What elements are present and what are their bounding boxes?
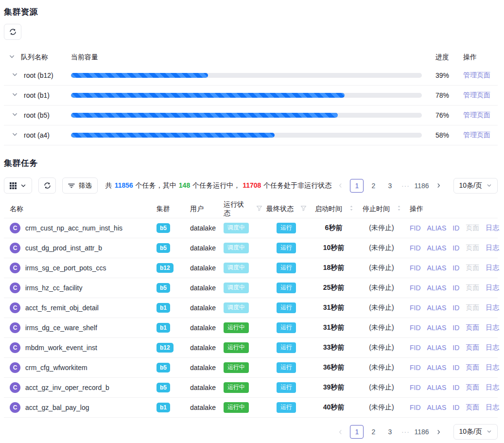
row-expand-chevron-down-icon[interactable] xyxy=(12,91,18,99)
page-link[interactable]: 页面 xyxy=(466,264,479,272)
id-link[interactable]: ID xyxy=(452,324,459,332)
run-status-tag: 调度中 xyxy=(224,263,249,273)
page-link[interactable]: 页面 xyxy=(466,363,479,372)
alias-link[interactable]: ALIAS xyxy=(427,264,447,272)
page-size-select[interactable]: 10条/页 xyxy=(453,424,498,440)
start-time-sorter-icon[interactable] xyxy=(349,205,353,213)
page-last-button[interactable]: 1186 xyxy=(414,425,429,439)
page-link[interactable]: 页面 xyxy=(466,383,479,392)
fid-link[interactable]: FID xyxy=(410,404,421,411)
page-1-button[interactable]: 1 xyxy=(350,425,364,439)
resources-refresh-button[interactable] xyxy=(4,24,21,40)
page-2-button[interactable]: 2 xyxy=(366,179,380,193)
row-expand-chevron-down-icon[interactable] xyxy=(12,111,18,119)
tasks-refresh-button[interactable] xyxy=(38,177,56,194)
fid-link[interactable]: FID xyxy=(410,244,421,252)
prev-page-button[interactable] xyxy=(333,425,347,439)
log-link[interactable]: 日志 xyxy=(486,383,499,392)
log-link[interactable]: 日志 xyxy=(486,284,499,292)
page-link[interactable]: 页面 xyxy=(466,244,479,252)
run-status-filter-icon[interactable] xyxy=(256,205,262,213)
fid-link[interactable]: FID xyxy=(410,324,421,332)
row-expand-chevron-down-icon[interactable] xyxy=(12,131,18,139)
column-name: 名称 xyxy=(4,205,151,213)
stop-time-sorter-icon[interactable] xyxy=(397,205,401,213)
id-link[interactable]: ID xyxy=(452,264,459,272)
next-page-button[interactable] xyxy=(432,425,446,439)
start-time: 25秒前 xyxy=(310,284,357,292)
id-link[interactable]: ID xyxy=(452,404,459,411)
id-link[interactable]: ID xyxy=(452,384,459,391)
prev-page-button[interactable] xyxy=(333,179,347,193)
page-link[interactable]: 页面 xyxy=(466,303,479,312)
queue-row: root (b12) 39% 管理页面 xyxy=(4,66,498,86)
resources-title: 集群资源 xyxy=(4,6,498,18)
log-link[interactable]: 日志 xyxy=(486,244,499,252)
task-name: cust_dg_prod_inst_attr_b xyxy=(25,244,102,252)
page-1-button[interactable]: 1 xyxy=(350,179,364,193)
task-row: C irms_dg_ce_ware_shelf b1 datalake 运行中 … xyxy=(4,318,498,338)
fid-link[interactable]: FID xyxy=(410,344,421,352)
fid-link[interactable]: FID xyxy=(410,224,421,232)
alias-link[interactable]: ALIAS xyxy=(427,324,447,332)
log-link[interactable]: 日志 xyxy=(486,363,499,372)
page-3-button[interactable]: 3 xyxy=(383,425,397,439)
expand-all-chevron-down-icon[interactable] xyxy=(9,53,15,61)
row-expand-chevron-down-icon[interactable] xyxy=(12,71,18,79)
next-page-button[interactable] xyxy=(432,179,446,193)
id-link[interactable]: ID xyxy=(452,344,459,352)
queue-name: root (b12) xyxy=(24,71,53,79)
log-link[interactable]: 日志 xyxy=(486,403,499,412)
id-link[interactable]: ID xyxy=(452,224,459,232)
log-link[interactable]: 日志 xyxy=(486,224,499,232)
page-last-button[interactable]: 1186 xyxy=(414,179,429,193)
alias-link[interactable]: ALIAS xyxy=(427,384,447,391)
cluster-badge: b5 xyxy=(156,243,170,253)
fid-link[interactable]: FID xyxy=(410,264,421,272)
task-user: datalake xyxy=(186,304,219,312)
page-link[interactable]: 页面 xyxy=(466,343,479,352)
id-link[interactable]: ID xyxy=(452,244,459,252)
final-status-filter-icon[interactable] xyxy=(300,205,307,213)
alias-link[interactable]: ALIAS xyxy=(427,404,447,411)
log-link[interactable]: 日志 xyxy=(486,303,499,312)
log-link[interactable]: 日志 xyxy=(486,343,499,352)
fid-link[interactable]: FID xyxy=(410,384,421,391)
alias-link[interactable]: ALIAS xyxy=(427,344,447,352)
column-settings-button[interactable] xyxy=(4,177,32,194)
page-ellipsis[interactable]: ··· xyxy=(400,428,411,436)
page-link[interactable]: 页面 xyxy=(466,403,479,412)
log-link[interactable]: 日志 xyxy=(486,323,499,332)
log-link[interactable]: 日志 xyxy=(486,264,499,272)
task-row: C irms_hz_cc_facility b5 datalake 调度中 运行… xyxy=(4,278,498,298)
capacity-progress-bar xyxy=(71,113,422,118)
alias-link[interactable]: ALIAS xyxy=(427,224,447,232)
page-link[interactable]: 页面 xyxy=(466,284,479,292)
page-link[interactable]: 页面 xyxy=(466,323,479,332)
fid-link[interactable]: FID xyxy=(410,364,421,372)
manage-page-link[interactable]: 管理页面 xyxy=(463,131,490,139)
filter-button[interactable]: 筛选 xyxy=(62,177,98,194)
page-3-button[interactable]: 3 xyxy=(383,179,397,193)
fid-link[interactable]: FID xyxy=(410,284,421,292)
alias-link[interactable]: ALIAS xyxy=(427,244,447,252)
manage-page-link[interactable]: 管理页面 xyxy=(463,71,490,79)
alias-link[interactable]: ALIAS xyxy=(427,304,447,312)
fid-link[interactable]: FID xyxy=(410,304,421,312)
page-size-select[interactable]: 10条/页 xyxy=(453,178,498,194)
id-link[interactable]: ID xyxy=(452,284,459,292)
cluster-badge: b12 xyxy=(156,263,174,273)
page-ellipsis[interactable]: ··· xyxy=(400,182,411,190)
id-link[interactable]: ID xyxy=(452,304,459,312)
alias-link[interactable]: ALIAS xyxy=(427,364,447,372)
progress-fill xyxy=(71,73,208,78)
manage-page-link[interactable]: 管理页面 xyxy=(463,111,490,119)
id-link[interactable]: ID xyxy=(452,364,459,372)
page-link[interactable]: 页面 xyxy=(466,224,479,232)
manage-page-link[interactable]: 管理页面 xyxy=(463,91,490,99)
progress-fill xyxy=(71,133,275,138)
page-2-button[interactable]: 2 xyxy=(366,425,380,439)
alias-link[interactable]: ALIAS xyxy=(427,284,447,292)
progress-percent: 76% xyxy=(422,111,449,119)
cluster-badge: b1 xyxy=(156,323,170,333)
